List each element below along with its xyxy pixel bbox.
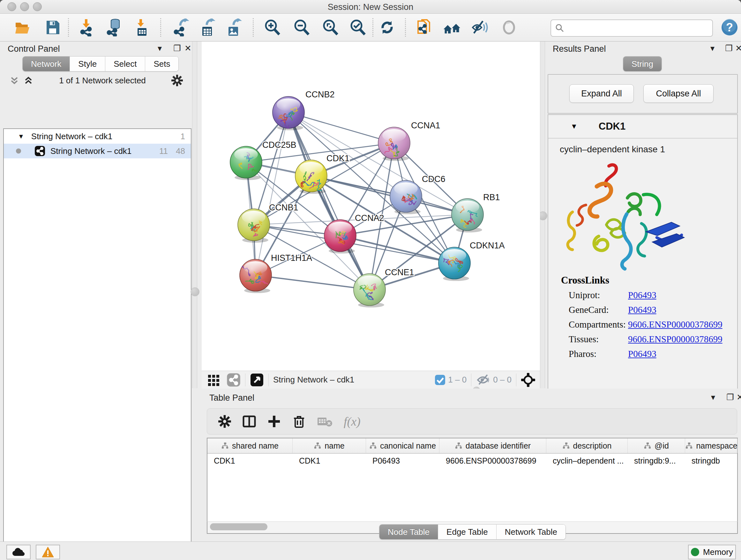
- control-panel-float-icon[interactable]: ❐: [173, 44, 181, 53]
- export-image-icon[interactable]: [225, 18, 243, 37]
- table-panel-menu-icon[interactable]: ▾: [711, 392, 715, 402]
- crosslink-link[interactable]: P06493: [628, 305, 657, 315]
- import-table-icon[interactable]: [133, 18, 151, 37]
- results-panel-menu-icon[interactable]: ▾: [711, 44, 715, 53]
- left-splitter[interactable]: [192, 42, 197, 388]
- crosslink-row: Uniprot:P06493: [569, 290, 728, 300]
- table-cell[interactable]: CDK1: [293, 454, 366, 468]
- column-header[interactable]: namespace: [685, 438, 738, 453]
- home-pages-icon[interactable]: [443, 18, 461, 37]
- save-session-icon[interactable]: [44, 18, 62, 37]
- column-header[interactable]: @id: [628, 438, 685, 453]
- zoom-out-icon[interactable]: [293, 18, 311, 37]
- column-header[interactable]: name: [293, 438, 366, 453]
- show-columns-icon[interactable]: [242, 415, 256, 428]
- column-header[interactable]: database identifier: [440, 438, 546, 453]
- clone-network-icon[interactable]: [415, 18, 433, 37]
- network-collection-row[interactable]: ▼ String Network – cdk1 1: [4, 129, 191, 144]
- fit-selected-crosshair-icon[interactable]: [521, 373, 536, 387]
- table-panel-close-icon[interactable]: ✕: [737, 392, 741, 402]
- table-row[interactable]: CDK1CDK1P064939606.ENSP00000378699cyclin…: [207, 454, 737, 468]
- table-cell[interactable]: 9606.ENSP00000378699: [440, 454, 546, 468]
- network-options-gear-icon[interactable]: [171, 74, 183, 86]
- open-view-icon[interactable]: [250, 373, 264, 387]
- node-card-header[interactable]: ▼ CDK1: [548, 115, 737, 138]
- table-panel-float-icon[interactable]: ❐: [726, 392, 734, 402]
- scrollbar-thumb[interactable]: [210, 523, 267, 530]
- tab-network-table[interactable]: Network Table: [496, 524, 565, 539]
- network-canvas[interactable]: CCNB2CCNA1CDC25BCDK1CDC6RB1CCNB1CCNA2CDK…: [202, 42, 540, 371]
- crosslink-link[interactable]: 9606.ENSP00000378699: [628, 334, 723, 345]
- toolbar-separator: [160, 18, 161, 37]
- import-network-file-icon[interactable]: [78, 18, 96, 37]
- cloud-status-button[interactable]: [6, 545, 30, 559]
- table-cell[interactable]: stringdb: [685, 454, 738, 468]
- results-panel-float-icon[interactable]: ❐: [725, 44, 732, 53]
- zoom-in-icon[interactable]: [263, 18, 281, 37]
- collection-expander-icon[interactable]: ▼: [18, 133, 24, 140]
- collapse-all-button[interactable]: Collapse All: [643, 84, 714, 103]
- memory-label: Memory: [703, 547, 733, 557]
- control-panel-menu-icon[interactable]: ▾: [158, 44, 162, 53]
- export-network-icon[interactable]: [172, 18, 190, 37]
- control-panel-close-icon[interactable]: ✕: [185, 44, 192, 53]
- node-card-expander-icon[interactable]: ▼: [570, 122, 578, 131]
- function-builder-icon: f(x): [344, 415, 360, 428]
- network-graph[interactable]: CCNB2CCNA1CDC25BCDK1CDC6RB1CCNB1CCNA2CDK…: [202, 42, 540, 371]
- toolbar-separator: [68, 18, 69, 37]
- hide-panel-icon[interactable]: [471, 18, 488, 37]
- svg-text:CDKN1A: CDKN1A: [470, 241, 505, 250]
- expand-all-button[interactable]: Expand All: [569, 84, 634, 103]
- zoom-fit-icon[interactable]: [321, 18, 339, 37]
- delete-column-trash-icon[interactable]: [292, 415, 306, 428]
- open-session-icon[interactable]: [14, 18, 31, 37]
- table-cell[interactable]: cyclin–dependent ...: [546, 454, 628, 468]
- tab-select[interactable]: Select: [105, 57, 145, 71]
- column-hierarchy-icon: [562, 442, 570, 449]
- svg-text:RB1: RB1: [483, 192, 500, 202]
- column-header[interactable]: description: [546, 438, 628, 453]
- search-input[interactable]: [550, 19, 713, 37]
- memory-ok-dot-icon: [691, 548, 699, 556]
- help-icon[interactable]: ?: [721, 18, 738, 37]
- table-panel-tabs: Node Table Edge Table Network Table: [379, 524, 566, 540]
- tab-string[interactable]: String: [623, 57, 662, 71]
- warning-icon: [42, 546, 54, 558]
- table-cell[interactable]: stringdb:9...: [628, 454, 685, 468]
- delete-table-icon: [317, 415, 333, 428]
- collapse-all-tree-icon[interactable]: [9, 76, 20, 85]
- crosslink-row: Compartments:9606.ENSP00000378699: [569, 319, 728, 330]
- import-network-database-icon[interactable]: [105, 18, 123, 37]
- main-toolbar: ?: [0, 14, 741, 42]
- warning-status-button[interactable]: [36, 545, 60, 559]
- add-column-icon[interactable]: [267, 415, 281, 428]
- expand-all-tree-icon[interactable]: [23, 76, 34, 85]
- graph-node-cdc6: [390, 180, 422, 212]
- birdseye-grid-icon[interactable]: [207, 373, 221, 387]
- export-table-icon[interactable]: [199, 18, 216, 37]
- table-options-gear-icon[interactable]: [218, 415, 231, 428]
- crosslink-link[interactable]: P06493: [628, 349, 657, 359]
- tab-edge-table[interactable]: Edge Table: [438, 524, 496, 539]
- column-header[interactable]: canonical name: [366, 438, 440, 453]
- tab-style[interactable]: Style: [70, 57, 105, 71]
- network-row[interactable]: String Network – cdk1 11 48: [4, 144, 191, 159]
- refresh-layout-icon[interactable]: [378, 18, 396, 37]
- left-splitter-handle[interactable]: [191, 287, 199, 296]
- tab-sets[interactable]: Sets: [145, 57, 179, 71]
- zoom-selected-icon[interactable]: [349, 18, 367, 37]
- results-panel-close-icon[interactable]: ✕: [735, 44, 741, 53]
- inactive-eye-icon[interactable]: [500, 18, 518, 37]
- crosslink-link[interactable]: 9606.ENSP00000378699: [628, 319, 723, 330]
- memory-button[interactable]: Memory: [688, 545, 736, 559]
- table-cell[interactable]: CDK1: [207, 454, 293, 468]
- results-node-card: ▼ CDK1 cyclin–dependent kinase 1: [548, 114, 738, 403]
- search-icon: [555, 23, 564, 33]
- crosslink-link[interactable]: P06493: [628, 290, 657, 300]
- selected-checkbox-icon[interactable]: [434, 374, 446, 385]
- column-header[interactable]: shared name: [207, 438, 293, 453]
- tab-network[interactable]: Network: [23, 57, 70, 71]
- tab-node-table[interactable]: Node Table: [380, 524, 438, 539]
- table-cell[interactable]: P06493: [366, 454, 440, 468]
- network-type-icon[interactable]: [226, 373, 241, 387]
